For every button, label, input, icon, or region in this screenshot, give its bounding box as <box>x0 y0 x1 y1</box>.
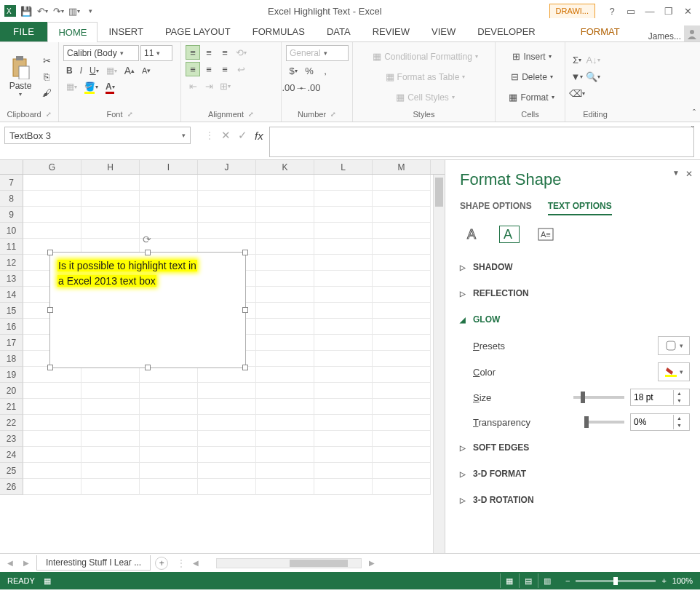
cell[interactable] <box>256 303 314 319</box>
zoom-level[interactable]: 100% <box>672 576 693 585</box>
cell[interactable] <box>373 207 431 223</box>
cell[interactable] <box>81 175 140 191</box>
cell[interactable] <box>198 207 256 223</box>
contextual-tab-group[interactable]: DRAWI... <box>549 4 595 18</box>
cell[interactable] <box>314 303 373 319</box>
cell[interactable] <box>198 223 256 239</box>
cell[interactable] <box>81 479 140 495</box>
cell[interactable] <box>256 271 314 287</box>
hscroll-right[interactable]: ▶ <box>366 559 378 567</box>
sheet-nav-prev[interactable]: ◀ <box>4 559 16 567</box>
resize-handle[interactable] <box>47 250 53 255</box>
number-format-combo[interactable]: General▾ <box>286 45 349 61</box>
cell[interactable] <box>140 463 198 479</box>
cell[interactable] <box>81 463 140 479</box>
italic-button[interactable]: I <box>77 64 85 77</box>
section-3d-rotation[interactable]: ▷3-D ROTATION <box>460 490 690 509</box>
resize-handle[interactable] <box>47 365 53 370</box>
clear-icon[interactable]: ⌫▾ <box>570 87 584 101</box>
cell[interactable] <box>373 447 431 463</box>
row-header[interactable]: 25 <box>0 463 23 479</box>
row-header[interactable]: 11 <box>0 239 23 255</box>
cell[interactable] <box>81 383 140 399</box>
close-icon[interactable]: ✕ <box>680 3 696 19</box>
cell[interactable] <box>314 431 373 447</box>
cell[interactable] <box>81 223 140 239</box>
cell[interactable] <box>314 207 373 223</box>
underline-button[interactable]: U▾ <box>87 64 102 77</box>
orientation-icon[interactable]: ⟲▾ <box>234 45 248 60</box>
cell[interactable] <box>256 239 314 255</box>
cell[interactable] <box>198 383 256 399</box>
cell[interactable] <box>140 175 198 191</box>
column-header[interactable]: L <box>314 160 373 174</box>
section-shadow[interactable]: ▷SHADOW <box>460 258 690 277</box>
cell[interactable] <box>314 367 373 383</box>
cell[interactable] <box>373 367 431 383</box>
fill-color-button[interactable]: 🪣▾ <box>81 80 101 93</box>
cell[interactable] <box>256 287 314 303</box>
cell[interactable] <box>256 255 314 271</box>
fx-icon[interactable]: fx <box>255 130 263 142</box>
section-glow[interactable]: ◢GLOW <box>460 310 690 329</box>
qat-customize-icon[interactable]: ▾ <box>83 4 98 18</box>
column-header[interactable]: H <box>81 160 140 174</box>
cell[interactable] <box>256 207 314 223</box>
cell[interactable] <box>373 399 431 415</box>
zoom-slider[interactable] <box>576 580 656 582</box>
glow-transparency-slider[interactable] <box>584 421 624 424</box>
cell[interactable] <box>256 335 314 351</box>
undo-icon[interactable]: ↶▾ <box>35 4 49 18</box>
resize-handle[interactable] <box>145 250 151 255</box>
cell[interactable] <box>81 447 140 463</box>
font-size-combo[interactable]: 11▾ <box>140 45 172 61</box>
zoom-in-icon[interactable]: + <box>661 576 666 585</box>
cell[interactable] <box>256 479 314 495</box>
align-center-icon[interactable]: ≡ <box>202 62 216 76</box>
pane-options-icon[interactable]: ▼ <box>672 169 680 179</box>
shape-options-tab[interactable]: SHAPE OPTIONS <box>460 201 532 215</box>
horizontal-scrollbar[interactable] <box>216 558 362 568</box>
clipboard-launcher[interactable]: ⤢ <box>46 111 52 118</box>
wrap-text-icon[interactable]: ↩ <box>234 62 248 76</box>
help-icon[interactable]: ? <box>604 3 620 19</box>
section-soft-edges[interactable]: ▷SOFT EDGES <box>460 438 690 457</box>
percent-icon[interactable]: % <box>302 63 317 78</box>
sheet-tab[interactable]: Interesting Stuff I Lear ... <box>36 555 151 571</box>
format-as-table-button[interactable]: ▦Format as Table▾ <box>357 68 490 86</box>
row-header[interactable]: 15 <box>0 303 23 319</box>
add-sheet-button[interactable]: + <box>155 557 168 570</box>
cell[interactable] <box>198 447 256 463</box>
cell[interactable] <box>314 335 373 351</box>
cell[interactable] <box>23 415 81 431</box>
align-middle-icon[interactable]: ≡ <box>202 45 216 60</box>
name-box[interactable]: TextBox 3▾ <box>4 127 191 144</box>
merge-icon[interactable]: ⊞▾ <box>218 79 232 93</box>
cell[interactable] <box>140 479 198 495</box>
cell[interactable] <box>23 207 81 223</box>
row-header[interactable]: 20 <box>0 383 23 399</box>
cell[interactable] <box>256 191 314 207</box>
cell[interactable] <box>373 287 431 303</box>
format-painter-icon[interactable]: 🖌 <box>39 86 54 100</box>
cell[interactable] <box>373 431 431 447</box>
gallery-icon[interactable]: ▥▾ <box>67 4 81 18</box>
cell[interactable] <box>314 239 373 255</box>
cell[interactable] <box>314 223 373 239</box>
cell[interactable] <box>256 463 314 479</box>
align-right-icon[interactable]: ≡ <box>218 62 232 76</box>
row-header[interactable]: 26 <box>0 479 23 495</box>
shrink-font-button[interactable]: A▾ <box>139 65 154 76</box>
cell[interactable] <box>373 319 431 335</box>
cell[interactable] <box>198 463 256 479</box>
row-header[interactable]: 7 <box>0 175 23 191</box>
align-bottom-icon[interactable]: ≡ <box>218 45 232 60</box>
cell[interactable] <box>314 191 373 207</box>
row-header[interactable]: 24 <box>0 447 23 463</box>
tab-view[interactable]: VIEW <box>421 21 466 41</box>
row-header[interactable]: 16 <box>0 319 23 335</box>
glow-transparency-input[interactable]: ▲▼ <box>630 413 690 431</box>
cell[interactable] <box>314 319 373 335</box>
row-header[interactable]: 21 <box>0 399 23 415</box>
file-tab[interactable]: FILE <box>0 22 47 41</box>
